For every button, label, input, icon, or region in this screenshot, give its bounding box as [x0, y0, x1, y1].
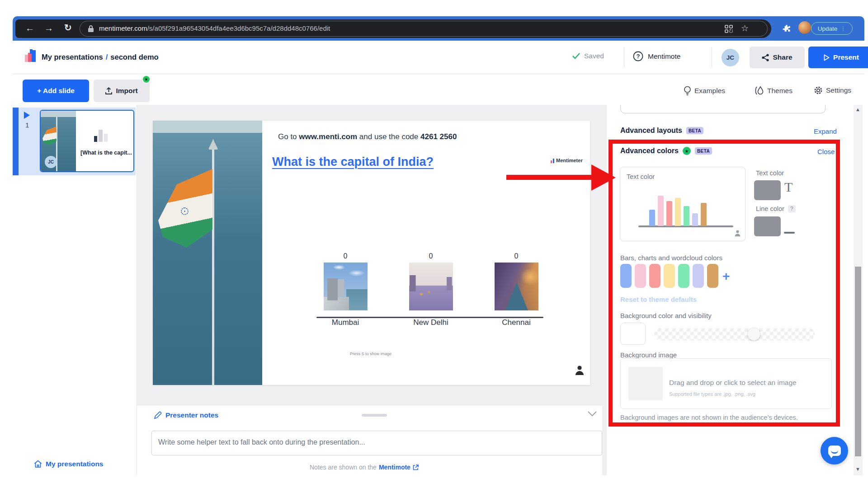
chat-launcher-button[interactable] — [821, 437, 848, 465]
browser-profile-avatar[interactable] — [798, 21, 811, 34]
add-slide-button[interactable]: + Add slide — [23, 80, 89, 102]
slide-number: 1 — [25, 121, 29, 129]
presenter-notes-input[interactable] — [151, 431, 602, 455]
option-label: Chennai — [502, 318, 530, 327]
slide-question-title[interactable]: What is the capital of India? — [272, 155, 434, 169]
chat-bubble-icon — [828, 446, 841, 456]
vote-count: 0 — [514, 252, 519, 260]
option-label: New Delhi — [413, 318, 448, 327]
scroll-down-icon[interactable]: ▼ — [855, 466, 860, 472]
share-label: Share — [773, 53, 792, 61]
presenter-notes-toggle[interactable]: Presenter notes — [154, 411, 218, 419]
app-header: My presentations / second demo Saved ? M… — [13, 41, 864, 74]
scrollbar-thumb[interactable] — [855, 267, 861, 456]
beta-badge: BETA — [686, 127, 703, 134]
breadcrumb: My presentations / second demo — [42, 53, 159, 61]
url-text[interactable]: mentimeter.com/s/a05f291a96543054dfa4ee3… — [99, 24, 330, 32]
thumbnail-chart-icon — [94, 130, 108, 142]
chart-axis-line — [316, 317, 543, 318]
panel-partial-input[interactable] — [620, 105, 826, 113]
chart-option-column[interactable]: 0New Delhi — [396, 252, 465, 327]
india-flag-image — [153, 121, 262, 385]
user-avatar[interactable]: JC — [722, 49, 739, 66]
back-icon[interactable]: ← — [25, 23, 34, 33]
settings-button[interactable]: Settings — [814, 86, 851, 95]
question-circle-icon: ? — [633, 51, 643, 61]
mentimote-label: Mentimote — [648, 52, 680, 61]
option-image — [495, 263, 538, 310]
expand-link[interactable]: Expand — [814, 127, 837, 135]
slide-bar-chart: 0Mumbai0New Delhi0Chennai — [311, 252, 551, 327]
participants-icon[interactable] — [575, 365, 585, 375]
address-bar[interactable]: mentimeter.com/s/a05f291a96543054dfa4ee3… — [80, 21, 768, 37]
option-image — [324, 263, 368, 310]
external-link-icon — [413, 465, 419, 470]
notes-footer-text: Notes are shown on the — [310, 464, 377, 471]
browser-menu-dots-icon[interactable]: ⋮ — [840, 25, 846, 32]
upload-icon — [105, 87, 112, 95]
pencil-icon — [154, 411, 162, 419]
breadcrumb-current[interactable]: second demo — [110, 53, 158, 61]
thumbnail-flag-image: JC — [41, 111, 76, 171]
slide-play-indicator-icon — [24, 112, 30, 119]
browser-update-button[interactable]: Update ⋮ — [811, 22, 853, 35]
saved-status: Saved — [572, 52, 604, 60]
forward-icon[interactable]: → — [44, 23, 53, 33]
breadcrumb-root[interactable]: My presentations — [42, 53, 103, 61]
import-label: Import — [116, 87, 137, 95]
present-label: Present — [833, 53, 859, 61]
scroll-up-icon[interactable]: ▲ — [855, 107, 860, 112]
watermark-logo-icon — [551, 159, 554, 163]
join-instructions: Go to www.menti.com and use the code 426… — [278, 132, 457, 141]
bookmark-star-icon[interactable]: ☆ — [741, 23, 749, 33]
present-button[interactable]: Present — [808, 47, 868, 68]
advanced-layouts-row: Advanced layouts BETA — [620, 127, 703, 135]
screenshot-root: ← → ↻ mentimeter.com/s/a05f291a96543054d… — [0, 0, 868, 488]
mentimote-link[interactable]: Mentimote — [379, 464, 410, 471]
chart-option-column[interactable]: 0Chennai — [482, 252, 551, 327]
saved-label: Saved — [584, 52, 604, 60]
presenter-notes-label: Presenter notes — [165, 411, 218, 419]
settings-label: Settings — [826, 86, 851, 94]
add-slide-label: + Add slide — [37, 87, 75, 95]
selected-slide-accent-bar — [13, 108, 19, 175]
import-pro-star-badge: ★ — [142, 75, 151, 84]
notes-drag-handle[interactable] — [362, 414, 387, 417]
examples-label: Examples — [694, 87, 725, 95]
extensions-puzzle-icon[interactable] — [781, 23, 792, 34]
annotation-arrow-head — [591, 164, 616, 191]
notes-footer: Notes are shown on the Mentimote — [310, 464, 419, 471]
header-divider-2 — [712, 47, 712, 68]
mentimeter-logo[interactable] — [25, 49, 37, 63]
browser-chrome: ← → ↻ mentimeter.com/s/a05f291a96543054d… — [13, 16, 864, 41]
examples-button[interactable]: Examples — [684, 86, 725, 96]
svg-text:?: ? — [637, 53, 640, 60]
mentimote-button[interactable]: ? Mentimote — [633, 51, 680, 61]
themes-button[interactable]: Themes — [754, 86, 793, 95]
annotation-red-rectangle — [609, 140, 840, 427]
tab-groups-icon[interactable] — [725, 25, 733, 33]
press-s-note: Press S to show image — [350, 352, 392, 356]
update-label: Update — [818, 25, 838, 32]
gear-icon — [814, 86, 823, 95]
browser-toolbar: ← → ↻ mentimeter.com/s/a05f291a96543054d… — [15, 19, 771, 38]
home-icon — [34, 460, 42, 468]
vote-count: 0 — [344, 252, 348, 260]
lightbulb-icon — [684, 86, 691, 96]
my-presentations-label: My presentations — [46, 460, 103, 468]
share-button[interactable]: Share — [750, 47, 805, 68]
annotation-arrow-shaft — [506, 175, 593, 180]
option-image — [409, 263, 453, 310]
chevron-down-icon[interactable] — [588, 411, 597, 417]
thumbnail-avatar: JC — [45, 156, 57, 168]
option-label: Mumbai — [332, 318, 359, 327]
vote-count: 0 — [429, 252, 433, 260]
play-icon — [824, 54, 830, 61]
slide-thumbnail[interactable]: JC [What is the capit... — [40, 110, 134, 172]
import-button[interactable]: Import — [94, 80, 150, 102]
header-divider — [624, 47, 624, 68]
theme-droplet-icon — [754, 86, 764, 95]
chart-option-column[interactable]: 0Mumbai — [311, 252, 380, 327]
my-presentations-link[interactable]: My presentations — [34, 460, 103, 468]
reload-icon[interactable]: ↻ — [64, 23, 72, 32]
